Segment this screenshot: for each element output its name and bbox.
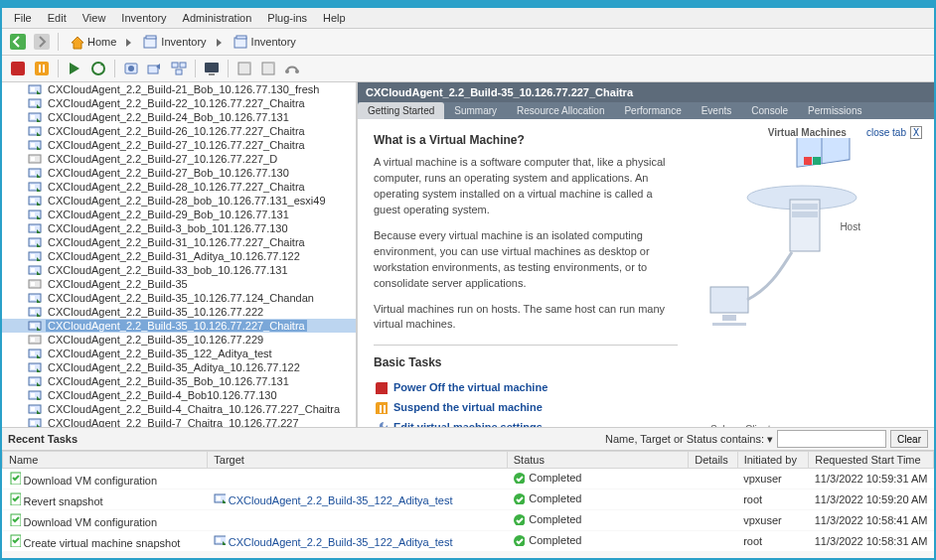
task-row[interactable]: Download VM configurationCompletedvpxuse… bbox=[3, 510, 934, 531]
vm-icon bbox=[28, 139, 42, 151]
power-on-button[interactable] bbox=[65, 59, 84, 78]
tree-item[interactable]: CXCloudAgent_2.2_Build-22_10.126.77.227_… bbox=[2, 96, 356, 110]
tree-item[interactable]: CXCloudAgent_2.2_Build-35_10.126.77.222 bbox=[2, 305, 356, 319]
task-row[interactable]: Revert snapshot CXCloudAgent_2.2_Build-3… bbox=[3, 490, 934, 510]
chevron-right-icon bbox=[215, 37, 225, 47]
tree-item[interactable]: CXCloudAgent_2.2_Build-4_Chaitra_10.126.… bbox=[2, 402, 356, 416]
suspend-button[interactable] bbox=[32, 59, 52, 78]
task-edit-link[interactable]: Edit virtual machine settings bbox=[393, 421, 543, 427]
close-tab-link[interactable]: close tabX bbox=[866, 127, 922, 138]
col-target[interactable]: Target bbox=[208, 452, 508, 469]
task-row[interactable]: Create virtual machine snapshot CXCloudA… bbox=[3, 531, 934, 552]
home-icon bbox=[69, 34, 84, 50]
tree-item[interactable]: CXCloudAgent_2.2_Build-28_bob_10.126.77.… bbox=[2, 194, 356, 208]
col-details[interactable]: Details bbox=[689, 452, 738, 469]
snapshot-manager-button[interactable] bbox=[169, 59, 189, 78]
task-power-off-link[interactable]: Power Off the virtual machine bbox=[393, 381, 547, 393]
tree-item[interactable]: CXCloudAgent_2.2_Build-33_bob_10.126.77.… bbox=[2, 263, 356, 277]
breadcrumb-inventory[interactable]: Inventory bbox=[138, 34, 210, 50]
back-button[interactable] bbox=[8, 32, 28, 52]
recent-filter: Name, Target or Status contains: ▾ Clear bbox=[605, 430, 928, 448]
filter-input[interactable] bbox=[777, 430, 886, 448]
col-status[interactable]: Status bbox=[507, 452, 688, 469]
snapshot-button[interactable] bbox=[121, 59, 141, 78]
vm-icon bbox=[214, 534, 226, 546]
breadcrumb-inventory-2[interactable]: Inventory bbox=[229, 34, 300, 50]
separator bbox=[195, 60, 196, 77]
tab-getting-started[interactable]: Getting Started bbox=[358, 102, 444, 119]
forward-button[interactable] bbox=[32, 32, 52, 52]
task-row[interactable]: Download VM configurationCompletedvpxuse… bbox=[3, 469, 934, 490]
task-initiated-by: root bbox=[737, 490, 809, 510]
tree-item[interactable]: CXCloudAgent_2.2_Build-27_10.126.77.227_… bbox=[2, 138, 356, 152]
tree-item[interactable]: CXCloudAgent_2.2_Build-35_122_Aditya_tes… bbox=[2, 347, 356, 360]
tree-item-label: CXCloudAgent_2.2_Build-22_10.126.77.227_… bbox=[46, 97, 307, 109]
connect-network-button[interactable] bbox=[282, 59, 302, 78]
breadcrumb-home[interactable]: Home bbox=[65, 34, 120, 50]
clear-filter-button[interactable]: Clear bbox=[890, 430, 928, 448]
tab-performance[interactable]: Performance bbox=[614, 102, 691, 119]
task-edit-settings[interactable]: Edit virtual machine settings bbox=[374, 417, 678, 427]
menu-inventory[interactable]: Inventory bbox=[115, 10, 172, 26]
menu-help[interactable]: Help bbox=[317, 10, 352, 26]
tab-permissions[interactable]: Permissions bbox=[798, 102, 871, 119]
vm-icon bbox=[28, 389, 42, 401]
tree-item[interactable]: CXCloudAgent_2.2_Build-4_Bob10.126.77.13… bbox=[2, 388, 356, 402]
task-name: Download VM configuration bbox=[24, 516, 158, 528]
tree-item[interactable]: CXCloudAgent_2.2_Build-31_Aditya_10.126.… bbox=[2, 249, 356, 263]
inventory-tree[interactable]: CXCloudAgent_2.2_Build-21_Bob_10.126.77.… bbox=[2, 82, 358, 427]
tab-resource-allocation[interactable]: Resource Allocation bbox=[507, 102, 614, 119]
connect-cd-button[interactable] bbox=[258, 59, 278, 78]
menu-plugins[interactable]: Plug-ins bbox=[261, 10, 313, 26]
tree-item-label: CXCloudAgent_2.2_Build-3_bob_101.126.77.… bbox=[46, 222, 290, 234]
task-name: Download VM configuration bbox=[24, 475, 158, 487]
task-details bbox=[689, 531, 738, 552]
disk-button[interactable] bbox=[234, 59, 254, 78]
tree-item[interactable]: CXCloudAgent_2.2_Build-29_Bob_10.126.77.… bbox=[2, 208, 356, 221]
revert-snapshot-button[interactable] bbox=[145, 59, 165, 78]
tree-item[interactable]: CXCloudAgent_2.2_Build-27_10.126.77.227_… bbox=[2, 152, 356, 166]
tree-item-label: CXCloudAgent_2.2_Build-27_10.126.77.227_… bbox=[46, 153, 279, 165]
power-off-button[interactable] bbox=[8, 59, 28, 78]
tree-item[interactable]: CXCloudAgent_2.2_Build-28_10.126.77.227_… bbox=[2, 180, 356, 194]
open-console-button[interactable] bbox=[202, 59, 222, 78]
tree-item[interactable]: CXCloudAgent_2.2_Build-35_Aditya_10.126.… bbox=[2, 360, 356, 374]
tree-item[interactable]: CXCloudAgent_2.2_Build-31_10.126.77.227_… bbox=[2, 235, 356, 249]
menu-edit[interactable]: Edit bbox=[42, 10, 73, 26]
tree-item[interactable]: CXCloudAgent_2.2_Build-24_Bob_10.126.77.… bbox=[2, 110, 356, 124]
task-details bbox=[689, 490, 738, 510]
tree-item[interactable]: CXCloudAgent_2.2_Build-35_10.126.77.124_… bbox=[2, 291, 356, 305]
separator bbox=[58, 33, 59, 51]
task-target-link[interactable]: CXCloudAgent_2.2_Build-35_122_Aditya_tes… bbox=[229, 494, 453, 506]
tree-item[interactable]: CXCloudAgent_2.2_Build-3_bob_101.126.77.… bbox=[2, 221, 356, 235]
tree-item[interactable]: CXCloudAgent_2.2_Build-7_Chaitra_10.126.… bbox=[2, 416, 356, 427]
task-requested-time: 11/3/2022 10:59:31 AM bbox=[809, 469, 934, 490]
col-name[interactable]: Name bbox=[3, 452, 208, 469]
vm-icon bbox=[28, 181, 42, 193]
menu-view[interactable]: View bbox=[77, 10, 112, 26]
filter-label: Name, Target or Status contains: ▾ bbox=[605, 433, 773, 446]
tree-item[interactable]: CXCloudAgent_2.2_Build-35_10.126.77.229 bbox=[2, 333, 356, 347]
task-target-link[interactable]: CXCloudAgent_2.2_Build-35_122_Aditya_tes… bbox=[229, 536, 453, 548]
reset-button[interactable] bbox=[88, 59, 108, 78]
check-icon bbox=[513, 513, 525, 525]
col-initiated[interactable]: Initiated by bbox=[737, 452, 809, 469]
task-suspend-link[interactable]: Suspend the virtual machine bbox=[393, 401, 543, 413]
tree-item[interactable]: CXCloudAgent_2.2_Build-35 bbox=[2, 277, 356, 291]
tree-item[interactable]: CXCloudAgent_2.2_Build-26_10.126.77.227_… bbox=[2, 124, 356, 138]
task-power-off[interactable]: Power Off the virtual machine bbox=[374, 377, 678, 397]
tab-console[interactable]: Console bbox=[741, 102, 798, 119]
vm-icon bbox=[28, 348, 42, 359]
tree-item[interactable]: CXCloudAgent_2.2_Build-35_10.126.77.227_… bbox=[2, 319, 356, 333]
menu-administration[interactable]: Administration bbox=[177, 10, 258, 26]
tree-item-label: CXCloudAgent_2.2_Build-31_10.126.77.227_… bbox=[46, 236, 307, 248]
task-suspend[interactable]: Suspend the virtual machine bbox=[374, 397, 678, 417]
vm-icon bbox=[28, 153, 42, 165]
menu-file[interactable]: File bbox=[8, 10, 38, 26]
tree-item[interactable]: CXCloudAgent_2.2_Build-35_Bob_10.126.77.… bbox=[2, 374, 356, 388]
tree-item[interactable]: CXCloudAgent_2.2_Build-21_Bob_10.126.77.… bbox=[2, 82, 356, 96]
tab-events[interactable]: Events bbox=[692, 102, 742, 119]
tree-item[interactable]: CXCloudAgent_2.2_Build-27_Bob_10.126.77.… bbox=[2, 166, 356, 180]
col-requested[interactable]: Requested Start Time bbox=[809, 452, 934, 469]
tab-summary[interactable]: Summary bbox=[444, 102, 507, 119]
